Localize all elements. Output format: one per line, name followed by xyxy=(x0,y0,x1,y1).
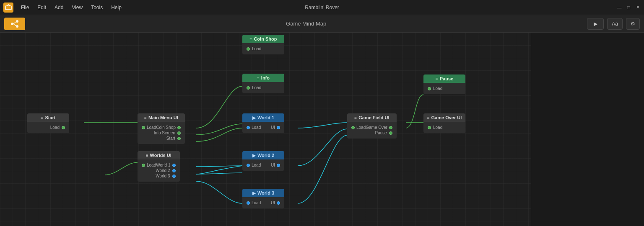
world3-load-port[interactable] xyxy=(247,201,250,205)
node-game-field[interactable]: ≡ Game Field UI Load Game Over Pause xyxy=(347,113,397,139)
coin-shop-icon: ≡ xyxy=(250,37,252,41)
worlds-ui-world3-port[interactable] xyxy=(172,175,176,178)
game-field-load-port[interactable] xyxy=(351,126,355,129)
worlds-ui-icon: ≡ xyxy=(146,153,148,158)
worlds-ui-world2-port[interactable] xyxy=(172,169,176,172)
world3-label: World 3 xyxy=(257,190,274,195)
main-menu-info-port[interactable] xyxy=(177,131,181,135)
structure-button[interactable] xyxy=(4,18,25,30)
svg-rect-0 xyxy=(5,6,11,10)
maximize-button[interactable]: □ xyxy=(626,5,631,10)
toolbar: Game Mind Map ▶ Aa ⚙ xyxy=(0,15,644,33)
menu-file[interactable]: File xyxy=(18,4,32,11)
main-menu-load-in-port[interactable] xyxy=(142,126,145,129)
menu-edit[interactable]: Edit xyxy=(34,4,49,11)
main-menu-icon: ≡ xyxy=(144,116,147,120)
node-main-menu[interactable]: ≡ Main Menu UI Load Coin Shop Info Scree… xyxy=(138,113,185,144)
menu-view[interactable]: View xyxy=(68,4,86,11)
node-start[interactable]: ≡ Start Load xyxy=(27,113,69,133)
coin-shop-label: Coin Shop xyxy=(254,36,277,41)
node-world2[interactable]: ▶ World 2 Load UI xyxy=(242,151,284,171)
toolbar-title: Game Mind Map xyxy=(29,21,584,27)
svg-point-1 xyxy=(11,23,13,25)
menu-add[interactable]: Add xyxy=(51,4,67,11)
svg-point-3 xyxy=(16,25,18,28)
game-over-load-port[interactable] xyxy=(428,126,431,129)
start-load-port[interactable] xyxy=(62,126,65,129)
settings-button[interactable]: ⚙ xyxy=(626,18,640,30)
game-field-icon: ≡ xyxy=(354,116,357,120)
game-field-pause-port[interactable] xyxy=(389,131,392,135)
worlds-ui-load-port[interactable] xyxy=(142,164,145,167)
main-menu-label: Main Menu UI xyxy=(148,115,178,120)
worlds-ui-label: Worlds UI xyxy=(150,153,171,158)
node-pause[interactable]: ≡ Pause Load xyxy=(423,74,465,94)
info-load-port[interactable] xyxy=(247,86,250,90)
menu-tools[interactable]: Tools xyxy=(88,4,106,11)
main-menu-start-port[interactable] xyxy=(177,137,181,140)
world2-load-port[interactable] xyxy=(247,164,250,167)
titlebar: File Edit Add View Tools Help Ramblin' R… xyxy=(0,0,644,15)
pause-icon: ≡ xyxy=(436,77,438,81)
menu-help[interactable]: Help xyxy=(108,4,125,11)
game-over-label: Game Over UI xyxy=(431,115,462,120)
minimize-button[interactable]: — xyxy=(616,5,622,10)
world3-icon: ▶ xyxy=(252,191,256,195)
right-panel xyxy=(531,33,644,226)
worlds-ui-world1-port[interactable] xyxy=(172,164,176,167)
world3-ui-port[interactable] xyxy=(277,201,280,205)
game-field-label: Game Field UI xyxy=(358,115,389,120)
coin-shop-load-port[interactable] xyxy=(247,47,250,51)
play-button[interactable]: ▶ xyxy=(587,18,604,30)
game-over-icon: ≡ xyxy=(427,116,430,120)
app-icon xyxy=(3,3,13,13)
world2-label: World 2 xyxy=(257,153,274,158)
svg-line-5 xyxy=(13,24,16,26)
main-menu-coinshop-port[interactable] xyxy=(177,126,181,129)
svg-line-4 xyxy=(13,22,16,24)
font-button[interactable]: Aa xyxy=(607,18,623,30)
start-label: Start xyxy=(45,115,55,120)
pause-load-port[interactable] xyxy=(428,87,431,90)
close-button[interactable]: ✕ xyxy=(635,5,641,10)
window-title: Ramblin' Rover xyxy=(305,5,339,10)
world1-ui-port[interactable] xyxy=(277,126,280,129)
game-field-gameover-port[interactable] xyxy=(389,126,392,129)
window-controls: — □ ✕ xyxy=(616,5,641,10)
canvas[interactable]: ≡ Coin Shop Load ≡ Info Load ≡ Pause xyxy=(0,33,644,226)
world1-label: World 1 xyxy=(257,115,274,120)
world1-load-port[interactable] xyxy=(247,126,250,129)
info-label: Info xyxy=(261,75,270,80)
node-info[interactable]: ≡ Info Load xyxy=(242,74,284,93)
node-worlds-ui[interactable]: ≡ Worlds UI Load World 1 World 2 World 3 xyxy=(138,151,180,182)
pause-label: Pause xyxy=(440,76,453,81)
info-icon: ≡ xyxy=(257,76,260,80)
node-world1[interactable]: ▶ World 1 Load UI xyxy=(242,113,284,133)
world1-icon: ▶ xyxy=(252,116,256,120)
node-coin-shop[interactable]: ≡ Coin Shop Load xyxy=(242,35,284,54)
svg-point-2 xyxy=(16,20,18,23)
node-game-over[interactable]: ≡ Game Over UI Load xyxy=(423,113,465,133)
world2-ui-port[interactable] xyxy=(277,164,280,167)
start-icon: ≡ xyxy=(41,116,44,120)
node-world3[interactable]: ▶ World 3 Load UI xyxy=(242,189,284,208)
world2-icon: ▶ xyxy=(252,153,256,158)
